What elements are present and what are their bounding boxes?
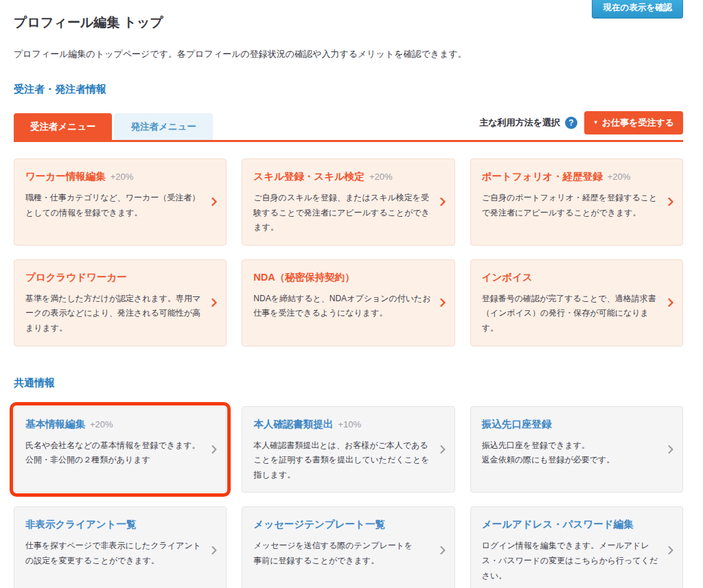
card-email-password-edit[interactable]: メールアドレス・パスワード編集 ログイン情報を編集できます。メールアドレス・パス… — [470, 506, 683, 588]
common-cards-grid: 基本情報編集+20% 氏名や会社名などの基本情報を登録できます。 公開・非公開の… — [14, 406, 683, 588]
chevron-right-icon — [211, 198, 217, 207]
bonus-badge: +20% — [90, 419, 113, 430]
card-description: メッセージを送信する際のテンプレートを 事前に登録することができます。 — [253, 539, 430, 568]
receive-work-button-label: お仕事を受注する — [602, 117, 674, 129]
page-container: 現在の表示を確認 プロフィール編集 トップ プロフィール編集のトップページです。… — [0, 0, 703, 588]
page-title: プロフィール編集 トップ — [14, 0, 683, 32]
card-basic-info-edit[interactable]: 基本情報編集+20% 氏名や会社名などの基本情報を登録できます。 公開・非公開の… — [14, 406, 227, 493]
card-identity-verification[interactable]: 本人確認書類提出+10% 本人確認書類提出とは、お客様がご本人であることを証明す… — [242, 406, 454, 493]
card-title: 振込先口座登録 — [482, 418, 552, 431]
card-skill-registration[interactable]: スキル登録・スキル検定+20% ご自身のスキルを登録、またはスキル検定を受験する… — [242, 158, 454, 246]
usage-method-label: 主な利用方法を選択 — [479, 117, 560, 129]
receive-work-button[interactable]: ▼ お仕事を受注する — [584, 111, 683, 134]
card-description: 基準を満たした方だけが認定されます。専用マークの表示などにより、発注される可能性… — [25, 292, 203, 336]
tab-client-menu[interactable]: 発注者メニュー — [114, 113, 212, 140]
card-description: 職種・仕事カテゴリなど、ワーカー（受注者）としての情報を登録できます。 — [25, 191, 203, 220]
card-title: 非表示クライアント一覧 — [25, 518, 137, 531]
chevron-down-icon: ▼ — [593, 120, 599, 126]
card-title: ワーカー情報編集 — [25, 170, 106, 183]
chevron-right-icon — [668, 198, 673, 207]
card-message-templates[interactable]: メッセージテンプレート一覧 メッセージを送信する際のテンプレートを 事前に登録す… — [242, 506, 454, 588]
chevron-right-icon — [668, 445, 673, 454]
card-description: 登録番号の確認が完了することで、適格請求書（インボイス）の発行・保存が可能になり… — [482, 292, 659, 336]
chevron-right-icon — [211, 445, 217, 454]
card-pro-crowdworker[interactable]: プロクラウドワーカー 基準を満たした方だけが認定されます。専用マークの表示などに… — [14, 259, 227, 346]
bonus-badge: +10% — [338, 419, 361, 430]
card-title: メッセージテンプレート一覧 — [253, 518, 385, 531]
card-description: 仕事を探すページで非表示にしたクライアントの設定を変更することができます。 — [25, 539, 203, 568]
card-description: 氏名や会社名などの基本情報を登録できます。 公開・非公開の２種類があります — [25, 438, 203, 468]
card-title: プロクラウドワーカー — [25, 271, 127, 284]
section-heading-common-info: 共通情報 — [14, 377, 683, 390]
chevron-right-icon — [440, 298, 446, 307]
chevron-right-icon — [211, 298, 217, 307]
page-description: プロフィール編集のトップページです。各プロフィールの登録状況の確認や入力するメリ… — [14, 48, 683, 60]
chevron-right-icon — [440, 198, 446, 207]
card-description: ご自身のスキルを登録、またはスキル検定を受験することで発注者にアピールすることが… — [253, 191, 430, 235]
card-title: スキル登録・スキル検定 — [253, 170, 365, 183]
card-description: ご自身のポートフォリオ・経歴を登録することで発注者にアピールすることができます。 — [482, 191, 659, 220]
bonus-badge: +20% — [369, 172, 393, 182]
card-nda[interactable]: NDA（秘密保持契約） NDAを締結すると、NDAオプションの付いたお仕事を受注… — [242, 259, 454, 346]
worker-cards-grid: ワーカー情報編集+20% 職種・仕事カテゴリなど、ワーカー（受注者）としての情報… — [14, 158, 683, 346]
tab-bar: 受注者メニュー 発注者メニュー 主な利用方法を選択 ? ▼ お仕事を受注する — [14, 111, 683, 142]
help-icon[interactable]: ? — [565, 117, 577, 129]
card-title: 基本情報編集 — [25, 418, 85, 431]
section-heading-worker-client-info: 受注者・発注者情報 — [14, 83, 683, 96]
card-worker-info-edit[interactable]: ワーカー情報編集+20% 職種・仕事カテゴリなど、ワーカー（受注者）としての情報… — [14, 158, 227, 246]
tab-worker-menu[interactable]: 受注者メニュー — [14, 113, 112, 140]
card-title: ポートフォリオ・経歴登録 — [482, 170, 603, 183]
chevron-right-icon — [440, 445, 446, 454]
card-bank-account[interactable]: 振込先口座登録 振込先口座を登録できます。 返金依頼の際にも登録が必要です。 — [470, 406, 683, 493]
bonus-badge: +20% — [608, 172, 631, 182]
card-hidden-clients[interactable]: 非表示クライアント一覧 仕事を探すページで非表示にしたクライアントの設定を変更す… — [14, 506, 227, 588]
card-title: インボイス — [482, 271, 533, 284]
card-title: NDA（秘密保持契約） — [253, 271, 354, 284]
card-title: メールアドレス・パスワード編集 — [482, 518, 634, 531]
card-title: 本人確認書類提出 — [253, 418, 333, 431]
card-description: ログイン情報を編集できます。メールアドレス・パスワードの変更はこちらから行ってく… — [482, 539, 659, 583]
card-description: NDAを締結すると、NDAオプションの付いたお仕事を受注できるようになります。 — [253, 292, 430, 321]
chevron-right-icon — [668, 298, 673, 307]
usage-method-group: 主な利用方法を選択 ? ▼ お仕事を受注する — [479, 111, 683, 140]
chevron-right-icon — [440, 545, 446, 554]
chevron-right-icon — [211, 545, 217, 554]
card-description: 本人確認書類提出とは、お客様がご本人であることを証明する書類を提出していただくこ… — [253, 438, 430, 483]
card-description: 振込先口座を登録できます。 返金依頼の際にも登録が必要です。 — [482, 438, 659, 468]
card-portfolio-career[interactable]: ポートフォリオ・経歴登録+20% ご自身のポートフォリオ・経歴を登録することで発… — [470, 158, 683, 246]
card-invoice[interactable]: インボイス 登録番号の確認が完了することで、適格請求書（インボイス）の発行・保存… — [470, 259, 683, 346]
view-current-display-button[interactable]: 現在の表示を確認 — [592, 0, 683, 19]
chevron-right-icon — [668, 545, 673, 554]
bonus-badge: +20% — [111, 172, 134, 182]
